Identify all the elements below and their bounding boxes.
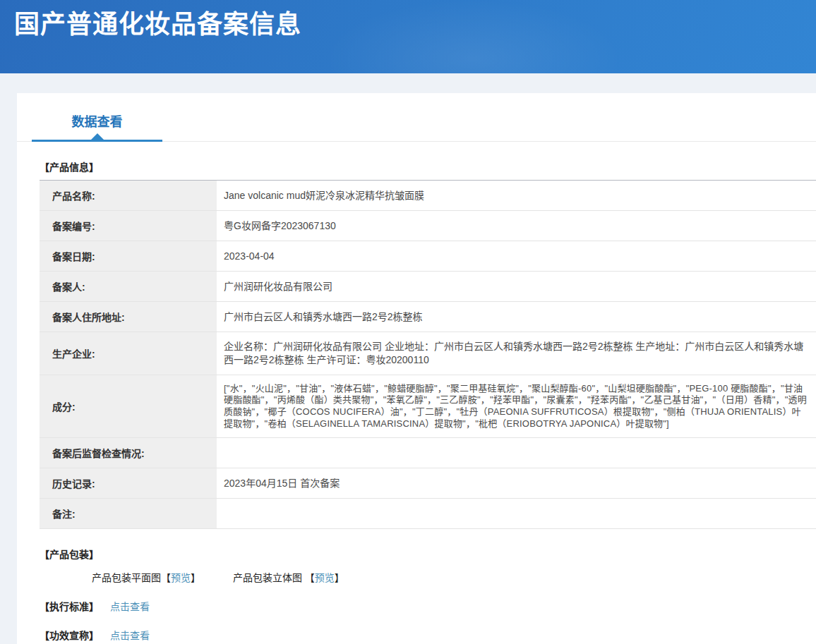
record-date-label: 备案日期:: [40, 241, 217, 272]
page-title: 国产普通化妆品备案信息: [0, 0, 816, 42]
remarks-row: 备注:: [40, 499, 816, 529]
packaging-section-title: 【产品包装】: [40, 547, 816, 561]
product-name-row: 产品名称: Jane volcanic mud妍泥冷泉冰泥精华抗皱面膜: [40, 181, 816, 211]
tab-bar: 数据查看: [17, 93, 816, 142]
record-date-row: 备案日期: 2023-04-04: [40, 241, 816, 272]
remarks-label: 备注:: [40, 499, 217, 529]
history-row: 历史记录: 2023年04月15日 首次备案: [40, 468, 816, 499]
packaging-stereo-preview-link[interactable]: 预览: [315, 572, 335, 583]
tab-active-arrow-icon: [91, 133, 104, 140]
bracket-close: 】: [191, 572, 200, 583]
ingredients-label: 成分:: [40, 375, 217, 438]
registrant-address-value: 广州市白云区人和镇秀水塘西一路2号2栋整栋: [217, 302, 816, 332]
standard-section-title: 【执行标准】: [40, 601, 99, 612]
bracket-open: 【: [161, 572, 171, 583]
product-name-label: 产品名称:: [40, 181, 217, 211]
supervision-row: 备案后监督检查情况:: [40, 438, 816, 468]
ingredients-value: ["水"，"火山泥"，"甘油"，"液体石蜡"，"鲸蜡硬脂醇"，"聚二甲基硅氧烷"…: [217, 375, 816, 438]
packaging-flat-preview-link[interactable]: 预览: [171, 572, 191, 583]
registrant-label: 备案人:: [40, 272, 217, 302]
product-info-section-title: 【产品信息】: [40, 159, 816, 174]
registrant-address-row: 备案人住所地址: 广州市白云区人和镇秀水塘西一路2号2栋整栋: [40, 302, 816, 332]
packaging-line: 产品包装平面图【预览】 产品包装立体图 【预览】: [92, 570, 816, 584]
packaging-stereo-item: 产品包装立体图 【预览】: [233, 572, 344, 583]
page-header: 国产普通化妆品备案信息: [0, 0, 816, 73]
packaging-flat-item: 产品包装平面图【预览】: [92, 572, 203, 583]
bracket-close: 】: [335, 572, 344, 583]
content-card: 数据查看 【产品信息】 产品名称: Jane volcanic mud妍泥冷泉冰…: [17, 93, 816, 644]
standard-line: 【执行标准】点击查看: [40, 599, 816, 613]
manufacturer-row: 生产企业: 企业名称：广州润研化妆品有限公司 企业地址：广州市白云区人和镇秀水塘…: [40, 332, 816, 375]
registrant-row: 备案人: 广州润研化妆品有限公司: [40, 272, 816, 302]
packaging-stereo-label: 产品包装立体图: [233, 572, 305, 583]
ingredients-row: 成分: ["水"，"火山泥"，"甘油"，"液体石蜡"，"鲸蜡硬脂醇"，"聚二甲基…: [40, 375, 816, 438]
packaging-flat-label: 产品包装平面图: [92, 572, 161, 583]
tab-data-view[interactable]: 数据查看: [32, 111, 162, 142]
record-date-value: 2023-04-04: [217, 241, 816, 272]
record-number-label: 备案编号:: [40, 211, 217, 241]
remarks-value: [217, 499, 816, 529]
supervision-value: [217, 438, 816, 468]
history-label: 历史记录:: [40, 468, 217, 499]
registrant-address-label: 备案人住所地址:: [40, 302, 217, 332]
record-number-value: 粤G妆网备字2023067130: [217, 211, 816, 241]
bracket-open: 【: [305, 572, 315, 583]
history-value: 2023年04月15日 首次备案: [217, 468, 816, 499]
manufacturer-label: 生产企业:: [40, 332, 217, 375]
efficacy-line: 【功效宣称】点击查看: [40, 628, 816, 642]
efficacy-view-link[interactable]: 点击查看: [110, 630, 150, 641]
tab-data-view-label: 数据查看: [72, 115, 123, 129]
product-info-table: 产品名称: Jane volcanic mud妍泥冷泉冰泥精华抗皱面膜 备案编号…: [40, 180, 816, 529]
efficacy-section-title: 【功效宣称】: [40, 630, 99, 641]
registrant-value: 广州润研化妆品有限公司: [217, 272, 816, 302]
record-number-row: 备案编号: 粤G妆网备字2023067130: [40, 211, 816, 241]
manufacturer-value: 企业名称：广州润研化妆品有限公司 企业地址：广州市白云区人和镇秀水塘西一路2号2…: [217, 332, 816, 375]
supervision-label: 备案后监督检查情况:: [40, 438, 217, 468]
standard-view-link[interactable]: 点击查看: [110, 601, 150, 612]
product-name-value: Jane volcanic mud妍泥冷泉冰泥精华抗皱面膜: [217, 181, 816, 211]
